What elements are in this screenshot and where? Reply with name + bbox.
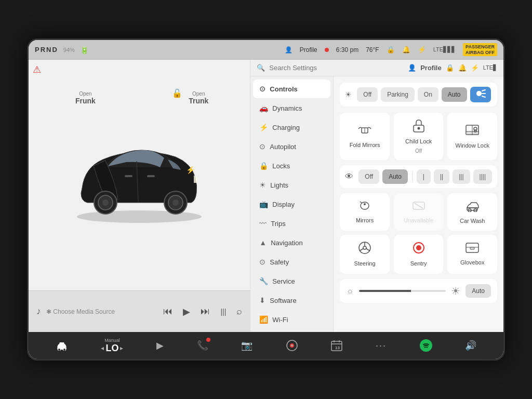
nav-calendar[interactable]: 13 xyxy=(331,340,342,351)
spotify-svg xyxy=(422,342,430,349)
play-button[interactable]: ▶ xyxy=(183,306,190,317)
sentry-tile[interactable]: Sentry xyxy=(394,235,444,273)
brightness-slider[interactable] xyxy=(359,290,446,292)
nav-car[interactable] xyxy=(56,340,68,351)
steering-tile[interactable]: Steering xyxy=(340,235,390,273)
sidebar-item-navigation[interactable]: ▲ Navigation xyxy=(253,233,330,252)
trips-icon: 〰 xyxy=(259,219,267,228)
frunk-label[interactable]: Open Frunk xyxy=(75,91,96,105)
passenger-airbag-badge: PASSENGERAIRBAG OFF xyxy=(463,43,497,57)
battery-percent: 94% xyxy=(63,47,75,53)
profile-label[interactable]: Profile xyxy=(420,64,441,72)
svg-point-4 xyxy=(102,200,109,206)
nav-spotify[interactable] xyxy=(420,339,432,352)
wiper-4-button[interactable]: |||| xyxy=(473,169,492,184)
brightness-auto-button[interactable]: Auto xyxy=(466,284,491,298)
wiper-2-button[interactable]: || xyxy=(434,169,449,184)
sidebar-item-trips[interactable]: 〰 Trips xyxy=(253,214,330,233)
svg-text:⚡: ⚡ xyxy=(186,166,195,175)
search-media-button[interactable]: ⌕ xyxy=(236,306,242,317)
mirrors-icon xyxy=(357,200,372,214)
sidebar-item-safety[interactable]: ⊙ Safety xyxy=(253,252,330,271)
svg-point-11 xyxy=(476,91,482,96)
wiper-off-button[interactable]: Off xyxy=(358,169,379,184)
sidebar-item-controls[interactable]: ⊙ Controls xyxy=(253,79,330,98)
warning-icon: ⚠ xyxy=(33,64,41,75)
sidebar-item-dynamics[interactable]: 🚗 Dynamics xyxy=(253,99,330,117)
svg-rect-9 xyxy=(125,175,132,177)
controls-label: Controls xyxy=(270,85,297,93)
wiper-control-row: 👁 Off Auto | || ||| |||| xyxy=(340,165,497,188)
glovebox-icon xyxy=(465,242,480,256)
fold-mirrors-label: Fold Mirrors xyxy=(350,142,380,149)
mirrors2-svg xyxy=(357,200,372,211)
autopilot-icon xyxy=(286,339,298,352)
lights-on-button[interactable]: On xyxy=(418,87,438,102)
media-controls: ⏮ ▶ ⏭ ||| ⌕ xyxy=(163,306,242,317)
carwash-svg xyxy=(465,200,480,212)
locks-label: Locks xyxy=(272,162,290,170)
svg-point-38 xyxy=(416,245,421,250)
nav-camera[interactable]: 📷 xyxy=(241,340,252,351)
nav-volume[interactable]: 🔊 xyxy=(465,340,476,351)
media-source-label: ✱ Choose Media Source xyxy=(46,308,158,315)
dynamics-icon: 🚗 xyxy=(259,104,268,112)
controls-icon: ⊙ xyxy=(259,85,265,93)
nav-dot[interactable] xyxy=(286,339,298,352)
recording-dot xyxy=(325,48,329,52)
search-bar-icons: 👤 Profile 🔒 🔔 ⚡ LTE▋ xyxy=(408,64,497,72)
nav-play[interactable]: ▶ xyxy=(156,340,164,351)
sentry-svg xyxy=(412,241,425,255)
lights-auto-button[interactable]: Auto xyxy=(442,87,467,102)
next-button[interactable]: ⏭ xyxy=(201,306,210,317)
unavailable-tile-label: Unavailable xyxy=(404,217,433,224)
safety-icon: ⊙ xyxy=(259,258,265,266)
brightness-low-icon: ☼ xyxy=(346,286,354,296)
svg-text:13: 13 xyxy=(335,345,340,350)
mirrors-tile[interactable]: Mirrors xyxy=(340,193,390,231)
car-wash-tile[interactable]: Car Wash xyxy=(447,193,497,231)
svg-point-18 xyxy=(417,127,420,130)
person-icon: 👤 xyxy=(285,46,292,54)
left-panel: ⚠ Open Frunk Open Trunk 🔓 xyxy=(29,60,250,332)
sidebar-item-charging[interactable]: ⚡ Charging xyxy=(253,118,330,137)
equalizer-button[interactable]: ||| xyxy=(220,308,226,316)
wiper-1-button[interactable]: | xyxy=(417,169,431,184)
glovebox-tile[interactable]: Glovebox xyxy=(447,235,497,273)
nav-manual-lo[interactable]: Manual ◂ LO ▸ xyxy=(101,338,123,354)
spotify-icon xyxy=(420,339,432,352)
search-input[interactable] xyxy=(269,64,404,72)
steering-svg xyxy=(358,241,371,255)
sidebar-item-locks[interactable]: 🔒 Locks xyxy=(253,156,330,175)
bell-header-icon: 🔔 xyxy=(458,64,467,72)
sidebar-item-autopilot[interactable]: ⊙ Autopilot xyxy=(253,137,330,156)
service-icon: 🔧 xyxy=(259,277,268,285)
sidebar-item-display[interactable]: 📺 Display xyxy=(253,195,330,214)
lights-parking-button[interactable]: Parking xyxy=(381,87,415,102)
sidebar-item-lights[interactable]: ☀ Lights xyxy=(253,176,330,194)
svg-point-43 xyxy=(58,349,60,351)
svg-rect-23 xyxy=(474,130,476,132)
lo-arrow-left: ◂ xyxy=(101,344,104,352)
car-svg: ⚡ xyxy=(66,126,212,224)
window-lock-tile[interactable]: Window Lock xyxy=(447,113,497,160)
display-label: Display xyxy=(272,201,295,208)
profile-name[interactable]: Profile xyxy=(300,46,317,54)
sidebar-item-service[interactable]: 🔧 Service xyxy=(253,272,330,290)
trunk-label[interactable]: Open Trunk xyxy=(189,91,208,105)
lights-hb-button[interactable] xyxy=(470,87,491,102)
lights-off-button[interactable]: Off xyxy=(357,87,378,102)
fold-mirrors-tile[interactable]: Fold Mirrors xyxy=(340,113,390,160)
nav-more[interactable]: ··· xyxy=(376,340,387,351)
sidebar-item-software[interactable]: ⬇ Software xyxy=(253,291,330,310)
wiper-auto-button[interactable]: Auto xyxy=(382,169,408,184)
nav-phone[interactable]: 📞 xyxy=(197,340,208,351)
wiper-3-button[interactable]: ||| xyxy=(453,169,470,184)
sidebar-item-wifi[interactable]: 📶 Wi-Fi xyxy=(253,310,330,329)
svg-line-36 xyxy=(366,249,370,251)
prev-button[interactable]: ⏮ xyxy=(163,306,172,317)
child-lock-tile[interactable]: Child Lock Off xyxy=(394,113,444,160)
software-icon: ⬇ xyxy=(259,296,265,304)
svg-line-35 xyxy=(360,249,363,251)
main-content: ⚠ Open Frunk Open Trunk 🔓 xyxy=(29,60,503,332)
